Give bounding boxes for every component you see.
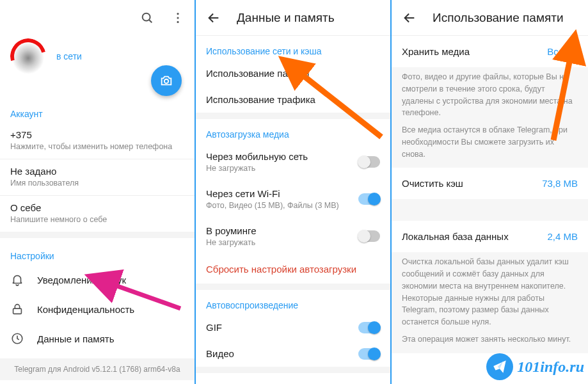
svg-line-1	[149, 20, 152, 22]
wifi-row[interactable]: Через сети Wi-Fi Фото, Видео (15 MB), Фа…	[196, 180, 390, 218]
svg-rect-6	[13, 308, 22, 314]
storage-usage-row[interactable]: Использование памяти	[196, 60, 390, 86]
notifications-row[interactable]: Уведомления и звук	[0, 265, 195, 294]
mobile-row[interactable]: Через мобильную сеть Не загружать	[196, 143, 390, 180]
video-row[interactable]: Видео	[196, 340, 390, 367]
local-db-row[interactable]: Локальная база данных 2,4 MB	[392, 221, 588, 252]
back-icon[interactable]	[205, 9, 223, 27]
traffic-usage-row[interactable]: Использование трафика	[196, 86, 390, 113]
phone-row[interactable]: +375 Нажмите, чтобы изменить номер телеф…	[0, 123, 195, 159]
gif-toggle[interactable]	[358, 322, 380, 333]
avatar[interactable]	[10, 38, 46, 74]
data-storage-row[interactable]: Данные и память	[0, 324, 195, 353]
stream-section: Стриминг	[196, 373, 390, 384]
version-footer: Telegram для Android v5.12.1 (1768) arm6…	[0, 358, 195, 380]
about-row[interactable]: О себе Напишите немного о себе	[0, 196, 195, 232]
username-row[interactable]: Не задано Имя пользователя	[0, 159, 195, 195]
settings-section-label: Настройки	[0, 238, 195, 265]
watermark-logo: 101info.ru	[486, 353, 584, 380]
profile-header	[0, 0, 195, 36]
roaming-row[interactable]: В роуминге Не загружать	[196, 218, 390, 255]
local-db-desc: Очистка локальной базы данных удалит кэш…	[392, 252, 588, 353]
bell-icon	[10, 273, 24, 287]
search-icon[interactable]	[138, 9, 156, 27]
gif-row[interactable]: GIF	[196, 314, 390, 340]
autoload-section: Автозагрузка медиа	[196, 119, 390, 143]
wifi-toggle[interactable]	[358, 193, 380, 205]
mobile-toggle[interactable]	[358, 156, 380, 168]
header-data-storage: Данные и память	[196, 0, 390, 36]
camera-fab[interactable]	[151, 65, 182, 96]
svg-point-0	[143, 13, 150, 21]
profile-summary[interactable]: в сети	[0, 36, 195, 82]
back-icon[interactable]	[401, 9, 418, 27]
svg-point-3	[177, 17, 179, 19]
account-section-label: Аккаунт	[0, 96, 195, 123]
svg-point-2	[177, 13, 179, 15]
privacy-row[interactable]: Конфиденциальность	[0, 294, 195, 324]
svg-point-5	[164, 79, 168, 83]
clear-cache-row[interactable]: Очистить кэш 73,8 MB	[392, 168, 588, 199]
keep-media-desc: Фото, видео и другие файлы, которые Вы н…	[392, 67, 588, 168]
online-status: в сети	[56, 51, 82, 61]
lock-icon	[10, 302, 24, 316]
paper-plane-icon	[486, 353, 513, 380]
page-title: Использование памяти	[433, 11, 564, 25]
page-title: Данные и память	[237, 11, 335, 25]
clock-icon	[10, 332, 24, 346]
keep-media-row[interactable]: Хранить медиа Всегда	[392, 36, 588, 67]
svg-point-4	[177, 21, 179, 23]
more-icon[interactable]	[169, 9, 187, 27]
reset-autoload[interactable]: Сбросить настройки автозагрузки	[196, 255, 390, 284]
video-toggle[interactable]	[358, 348, 380, 360]
net-cache-section: Использование сети и кэша	[196, 36, 390, 60]
roaming-toggle[interactable]	[358, 230, 380, 242]
autoplay-section: Автовоспроизведение	[196, 290, 390, 314]
header-storage-usage: Использование памяти	[392, 0, 588, 36]
